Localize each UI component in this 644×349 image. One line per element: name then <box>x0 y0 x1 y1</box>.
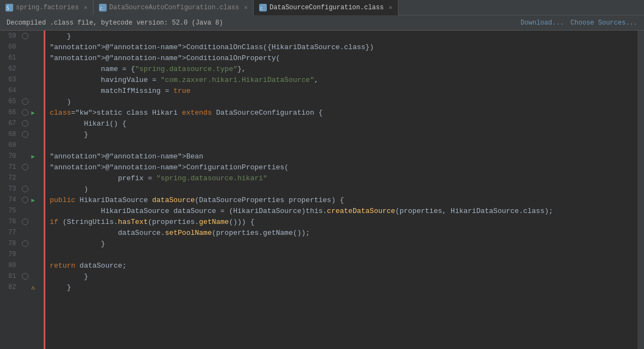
fold-slot <box>22 262 28 269</box>
gutter-icons <box>21 251 43 258</box>
tab-bar: S spring.factories ✕ C DataSourceAutoCon… <box>0 0 644 15</box>
code-line: "annotation">@"annotation-name">Conditio… <box>45 42 637 52</box>
gutter-icons <box>21 33 43 39</box>
tab-label-spring-factories: spring.factories <box>16 4 79 11</box>
svg-text:C: C <box>260 7 262 11</box>
code-line: matchIfMissing = true <box>45 85 637 96</box>
fold-slot <box>22 251 28 258</box>
fold-slot[interactable] <box>22 131 28 138</box>
line-number: 69 <box>0 141 21 149</box>
code-line: return dataSource; <box>45 260 637 271</box>
code-line: public HikariDataSource dataSource(DataS… <box>45 194 637 205</box>
fold-slot[interactable] <box>22 197 28 203</box>
gutter-icons: ▶ <box>21 196 43 204</box>
gutter-icons: ⚠ <box>21 283 43 291</box>
gutter-row: 79 <box>0 249 43 260</box>
scrollbar[interactable] <box>637 31 644 349</box>
fold-slot[interactable] <box>22 109 28 116</box>
gutter-icons: ▶ <box>21 109 43 116</box>
code-line: } <box>45 282 637 293</box>
gutter-icons <box>21 76 43 83</box>
download-link[interactable]: Download... <box>520 19 564 27</box>
green-run-icon[interactable]: ▶ <box>30 196 37 204</box>
line-number: 61 <box>0 54 21 62</box>
line-number: 80 <box>0 262 21 269</box>
code-line: ) <box>45 96 637 107</box>
tab-label-datasource-config: DataSourceConfiguration.class <box>270 4 384 11</box>
gutter-icons <box>21 66 43 72</box>
line-number: 65 <box>0 98 21 105</box>
tab-datasource-config[interactable]: C DataSourceConfiguration.class ✕ <box>254 0 398 15</box>
gutter-row: 75 <box>0 205 43 216</box>
line-number: 81 <box>0 273 21 280</box>
line-number: 82 <box>0 283 21 291</box>
line-number: 77 <box>0 229 21 236</box>
green-run-icon[interactable]: ▶ <box>30 152 37 160</box>
code-line <box>45 140 637 151</box>
code-content[interactable]: } "annotation">@"annotation-name">Condit… <box>44 31 637 349</box>
gutter-icons <box>21 164 43 170</box>
gutter-row: 80 <box>0 260 43 271</box>
code-line: havingValue = "com.zaxxer.hikari.HikariD… <box>45 74 637 85</box>
gutter-row: 66▶ <box>0 107 43 118</box>
gutter-icons <box>21 175 43 181</box>
line-number: 73 <box>0 185 21 193</box>
fold-slot <box>22 175 28 181</box>
gutter-row: 69 <box>0 140 43 151</box>
gutter-icons <box>21 262 43 269</box>
datasource-auto-icon: C <box>99 4 107 11</box>
fold-slot[interactable] <box>22 186 28 192</box>
svg-text:S: S <box>7 6 9 11</box>
fold-slot[interactable] <box>22 120 28 127</box>
fold-slot <box>22 55 28 61</box>
tab-close-datasource-config[interactable]: ✕ <box>389 4 393 11</box>
code-line: "annotation">@"annotation-name">Bean <box>45 151 637 162</box>
svg-text:C: C <box>100 7 102 11</box>
gutter-row: 70▶ <box>0 151 43 162</box>
code-line: "annotation">@"annotation-name">Conditio… <box>45 52 637 63</box>
fold-slot <box>22 87 28 94</box>
code-line: name = {"spring.datasource.type"}, <box>45 63 637 74</box>
code-line: Hikari() { <box>45 118 637 129</box>
tab-spring-factories[interactable]: S spring.factories ✕ <box>0 0 93 15</box>
gutter-icons <box>21 208 43 214</box>
code-line: if (StringUtils.hasText(properties.getNa… <box>45 216 637 227</box>
fold-slot[interactable] <box>22 273 28 280</box>
fold-slot <box>22 66 28 72</box>
fold-slot[interactable] <box>22 98 28 105</box>
line-number: 67 <box>0 120 21 127</box>
gutter-row: 76 <box>0 216 43 227</box>
line-number: 78 <box>0 240 21 247</box>
line-number: 62 <box>0 65 21 73</box>
fold-slot[interactable] <box>22 218 28 225</box>
code-line: } <box>45 31 637 42</box>
fold-slot <box>22 44 28 50</box>
code-line: } <box>45 129 637 140</box>
code-line: } <box>45 271 637 282</box>
editor: 5960616263646566▶67686970▶71727374▶75767… <box>0 31 644 349</box>
gutter-row: 81 <box>0 271 43 282</box>
line-number: 66 <box>0 109 21 116</box>
code-line: "annotation">@"annotation-name">Configur… <box>45 162 637 173</box>
choose-sources-link[interactable]: Choose Sources... <box>571 19 637 27</box>
gutter-icons <box>21 218 43 225</box>
notification-actions: Download... Choose Sources... <box>520 19 637 27</box>
notification-bar: Decompiled .class file, bytecode version… <box>0 15 644 31</box>
line-number: 59 <box>0 32 21 40</box>
line-number: 70 <box>0 152 21 160</box>
gutter-icons <box>21 87 43 94</box>
fold-slot[interactable] <box>22 240 28 247</box>
line-number: 68 <box>0 131 21 138</box>
warning-icon[interactable]: ⚠ <box>30 283 37 291</box>
gutter-row: 63 <box>0 74 43 85</box>
fold-slot[interactable] <box>22 33 28 39</box>
tab-close-datasource-auto[interactable]: ✕ <box>244 4 248 11</box>
green-run-icon[interactable]: ▶ <box>30 109 37 116</box>
tab-datasource-auto[interactable]: C DataSourceAutoConfiguration.class ✕ <box>93 0 254 15</box>
code-line: class="kw">static class Hikari extends D… <box>45 107 637 118</box>
tab-close-spring-factories[interactable]: ✕ <box>84 4 87 11</box>
fold-slot[interactable] <box>22 164 28 170</box>
gutter-row: 82⚠ <box>0 282 43 293</box>
gutter-row: 65 <box>0 96 43 107</box>
gutter-row: 74▶ <box>0 194 43 205</box>
